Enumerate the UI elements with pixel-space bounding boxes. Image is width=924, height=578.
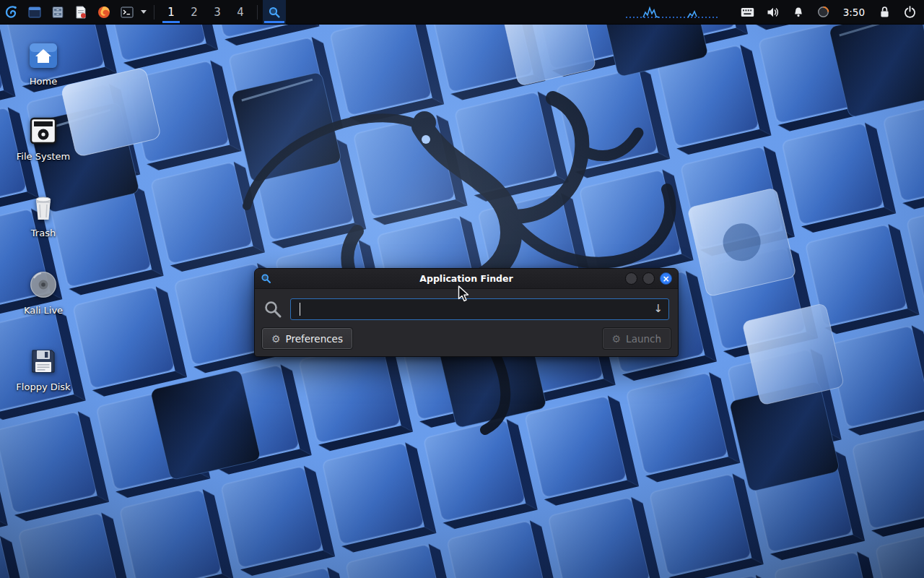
workspace-1[interactable]: 1 bbox=[160, 0, 183, 24]
gear-icon: ⚙ bbox=[271, 334, 281, 344]
volume-button[interactable] bbox=[766, 0, 780, 24]
launcher-file-manager[interactable] bbox=[46, 0, 69, 24]
close-button[interactable]: × bbox=[660, 272, 672, 285]
floppy-disk-icon bbox=[27, 345, 60, 378]
terminal-icon bbox=[120, 5, 134, 20]
minimize-button[interactable] bbox=[625, 272, 637, 285]
workspace-3[interactable]: 3 bbox=[206, 0, 229, 24]
launch-button[interactable]: ⚙ Launch bbox=[603, 328, 671, 349]
panel-separator bbox=[257, 5, 258, 20]
keyboard-icon bbox=[741, 7, 754, 17]
application-finder-icon bbox=[261, 273, 271, 284]
file-cabinet-icon bbox=[51, 5, 65, 20]
desktop-icon-label: Home bbox=[30, 77, 57, 87]
launcher-window-buttons[interactable] bbox=[23, 0, 46, 24]
finder-button-row: ⚙ Preferences ⚙ Launch bbox=[262, 328, 671, 349]
preferences-button[interactable]: ⚙ Preferences bbox=[262, 328, 352, 349]
dropdown-arrow-icon[interactable]: ↓ bbox=[653, 302, 663, 315]
bell-icon bbox=[793, 7, 804, 18]
workspace-switcher: 1 2 3 4 bbox=[160, 0, 252, 24]
file-system-drive-icon bbox=[27, 114, 60, 147]
keyboard-layout-icon[interactable] bbox=[741, 0, 755, 24]
power-icon bbox=[904, 6, 916, 18]
text-cursor bbox=[300, 303, 300, 316]
preferences-label: Preferences bbox=[286, 333, 343, 345]
desktop-icon-home[interactable]: Home bbox=[9, 39, 78, 87]
panel-left: 1 2 3 4 bbox=[0, 0, 286, 24]
workspace-4[interactable]: 4 bbox=[229, 0, 252, 24]
desktop-icon-floppy-disk[interactable]: Floppy Disk bbox=[9, 345, 78, 393]
launcher-firefox[interactable] bbox=[92, 0, 116, 24]
lock-icon bbox=[879, 6, 890, 18]
optical-disc-icon bbox=[27, 268, 60, 301]
window-buttons: × bbox=[625, 272, 672, 285]
maximize-button[interactable] bbox=[642, 272, 655, 285]
kali-logo-icon bbox=[4, 4, 19, 20]
panel-right: 3:50 bbox=[626, 0, 924, 24]
caret-down-icon bbox=[141, 10, 147, 14]
desktop-icon-label: Trash bbox=[31, 228, 56, 238]
launch-icon: ⚙ bbox=[612, 334, 622, 344]
kali-menu-button[interactable] bbox=[0, 0, 23, 24]
system-monitor-graph[interactable] bbox=[626, 4, 720, 21]
desktop-icon-label: Floppy Disk bbox=[16, 382, 70, 392]
top-panel: 1 2 3 4 bbox=[0, 0, 924, 25]
search-row: ↓ bbox=[263, 298, 669, 320]
search-input-wrap: ↓ bbox=[290, 298, 669, 320]
window-title: Application Finder bbox=[255, 273, 678, 284]
speaker-icon bbox=[767, 7, 780, 18]
panel-separator bbox=[154, 5, 154, 20]
search-input[interactable] bbox=[290, 298, 669, 320]
recorder-indicator[interactable] bbox=[816, 0, 831, 24]
launcher-terminal[interactable] bbox=[116, 0, 139, 24]
desktop-icon-file-system[interactable]: File System bbox=[9, 114, 78, 163]
window-icon bbox=[27, 5, 42, 20]
clock[interactable]: 3:50 bbox=[842, 0, 866, 24]
notifications-button[interactable] bbox=[791, 0, 806, 24]
recorder-icon bbox=[817, 6, 829, 18]
launch-label: Launch bbox=[626, 333, 661, 345]
workspace-2[interactable]: 2 bbox=[183, 0, 206, 24]
search-icon bbox=[263, 300, 282, 319]
application-finder-window: Application Finder × ↓ bbox=[254, 268, 679, 357]
home-folder-icon bbox=[27, 39, 60, 72]
taskbar-application-finder[interactable] bbox=[263, 0, 286, 24]
desktop-icon-label: File System bbox=[17, 152, 70, 162]
lock-screen-button[interactable] bbox=[877, 0, 892, 24]
firefox-icon bbox=[97, 5, 111, 20]
finder-titlebar[interactable]: Application Finder × bbox=[255, 269, 678, 289]
power-button[interactable] bbox=[902, 0, 917, 24]
document-icon bbox=[74, 5, 88, 20]
desktop: 1 2 3 4 bbox=[0, 0, 924, 578]
launcher-text-editor[interactable] bbox=[69, 0, 92, 24]
desktop-icon-label: Kali Live bbox=[24, 306, 63, 316]
trash-can-icon bbox=[27, 191, 60, 224]
finder-body: ↓ ⚙ Preferences ⚙ Launch bbox=[255, 289, 678, 356]
desktop-icon-trash[interactable]: Trash bbox=[9, 191, 78, 239]
desktop-icon-kali-live[interactable]: Kali Live bbox=[9, 268, 78, 316]
launcher-dropdown-caret[interactable] bbox=[139, 0, 149, 24]
finder-magnifier-icon bbox=[268, 6, 281, 19]
